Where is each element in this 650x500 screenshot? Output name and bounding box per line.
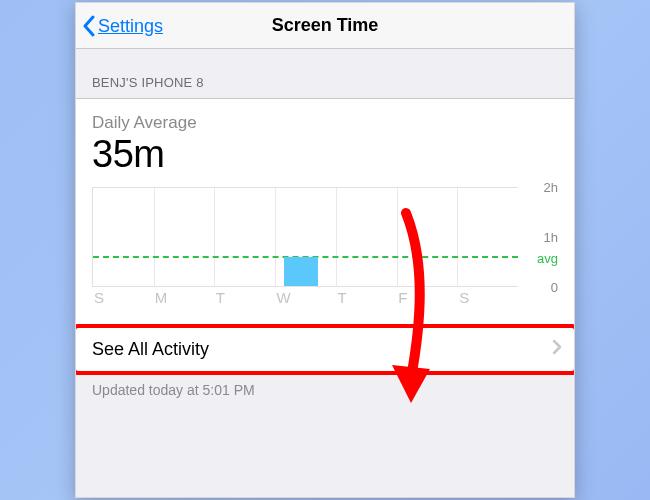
chart-bar	[284, 257, 317, 286]
screen-time-screen: Settings Screen Time BENJ'S IPHONE 8 Dai…	[75, 2, 575, 498]
chart-y-tick: 1h	[544, 229, 558, 244]
chart-plot-area	[92, 187, 518, 287]
daily-average-card: Daily Average 35m 01h2havgSMTWTFS See Al…	[76, 98, 574, 374]
see-all-activity-label: See All Activity	[92, 339, 209, 360]
chart-x-tick: S	[92, 289, 153, 313]
chart-y-tick: 2h	[544, 179, 558, 194]
section-header: BENJ'S IPHONE 8	[76, 49, 574, 98]
daily-average-label: Daily Average	[92, 113, 558, 133]
see-all-activity-row[interactable]: See All Activity	[76, 326, 574, 373]
chevron-right-icon	[552, 339, 562, 360]
chart-y-axis: 01h2havg	[518, 187, 558, 287]
navbar: Settings Screen Time	[76, 3, 574, 49]
chevron-left-icon	[82, 15, 96, 37]
usage-chart: 01h2havgSMTWTFS	[76, 181, 574, 325]
chart-x-tick: F	[396, 289, 457, 313]
daily-average-value: 35m	[92, 133, 558, 177]
chart-x-tick: T	[214, 289, 275, 313]
chart-x-axis: SMTWTFS	[92, 289, 518, 313]
chart-x-tick: M	[153, 289, 214, 313]
page-title: Screen Time	[272, 15, 379, 36]
chart-x-tick: S	[457, 289, 518, 313]
back-label: Settings	[98, 16, 163, 37]
chart-avg-label: avg	[537, 250, 558, 265]
chart-x-tick: W	[275, 289, 336, 313]
updated-label: Updated today at 5:01 PM	[76, 374, 574, 398]
chart-x-tick: T	[335, 289, 396, 313]
back-button[interactable]: Settings	[82, 3, 163, 49]
chart-y-tick: 0	[551, 279, 558, 294]
